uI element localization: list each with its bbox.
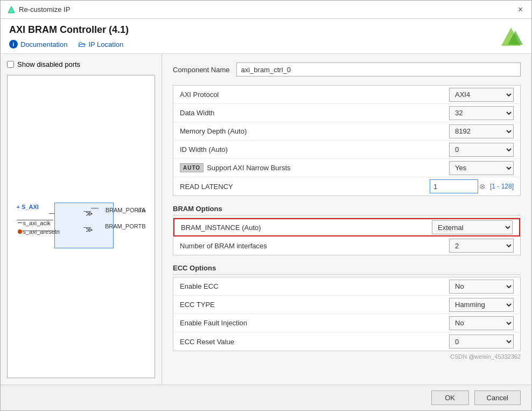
config-section-main: AXI Protocol AXI4 AXI4-Lite Data Width 3…: [173, 85, 521, 196]
bram-instance-label: BRAM_INSTANCE (Auto): [181, 224, 432, 232]
row-axi-protocol: AXI Protocol AXI4 AXI4-Lite: [173, 86, 520, 104]
narrow-bursts-select[interactable]: Yes No: [449, 161, 514, 175]
block-diagram: + S_AXI s_axi_acik s_axi_aresetn: [17, 197, 146, 256]
right-panel[interactable]: Component Name AXI Protocol AXI4 AXI4-Li…: [162, 54, 531, 385]
bram-options-section: BRAM_INSTANCE (Auto) External RAMB18 RAM…: [173, 218, 521, 255]
app-title: Re-customize IP: [19, 5, 70, 13]
axi-protocol-select[interactable]: AXI4 AXI4-Lite: [449, 88, 514, 102]
row-bram-interfaces: Number of BRAM interfaces 1 2: [173, 236, 520, 255]
toolbar-row: i Documentation 🗁 IP Location: [9, 40, 129, 48]
connector-acik: [17, 220, 53, 221]
component-name-label: Component Name: [173, 66, 230, 74]
bram-options-header: BRAM Options: [173, 205, 521, 215]
show-disabled-row: Show disabled ports: [7, 60, 155, 68]
cancel-button[interactable]: Cancel: [474, 391, 521, 405]
app-icon: [7, 5, 16, 14]
arrow-b: ≫: [86, 226, 93, 234]
read-latency-control: ⊗ [1 - 128]: [430, 179, 514, 193]
ip-title-section: AXI BRAM Controller (4.1) i Documentatio…: [9, 24, 129, 48]
arrow-a: ≫: [86, 210, 93, 218]
ecc-type-select[interactable]: Hamming SECDED: [449, 298, 514, 312]
folder-icon: 🗁: [78, 40, 86, 48]
port-bram-b: BRAM_PORTB: [105, 223, 146, 229]
title-bar-left: Re-customize IP: [7, 5, 70, 14]
memory-depth-select[interactable]: 8192: [449, 124, 514, 138]
auto-badge: AUTO: [180, 163, 204, 172]
vivado-logo: [499, 25, 523, 49]
fault-injection-select[interactable]: No Yes: [449, 316, 514, 330]
data-width-select[interactable]: 32 64 128: [449, 106, 514, 120]
show-disabled-checkbox[interactable]: [7, 61, 14, 68]
bram-interfaces-select[interactable]: 1 2: [449, 239, 514, 253]
main-content: Show disabled ports + S_AXI s_axi_: [1, 54, 531, 385]
memory-depth-label: Memory Depth (Auto): [180, 127, 449, 135]
ecc-type-label: ECC TYPE: [180, 301, 449, 309]
bottom-bar: OK Cancel: [1, 385, 531, 410]
ecc-options-section: Enable ECC No Yes ECC TYPE Hamming SECDE…: [173, 277, 521, 351]
close-button[interactable]: ×: [516, 5, 525, 14]
diagram-box: + S_AXI s_axi_acik s_axi_aresetn: [7, 75, 155, 378]
ip-location-label: IP Location: [88, 40, 123, 48]
id-width-select[interactable]: 0: [449, 143, 514, 157]
component-name-input[interactable]: [236, 62, 521, 76]
row-ecc-type: ECC TYPE Hamming SECDED: [173, 296, 520, 314]
row-data-width: Data Width 32 64 128: [173, 104, 520, 122]
row-memory-depth: Memory Depth (Auto) 8192: [173, 122, 520, 141]
read-latency-input[interactable]: [430, 179, 478, 193]
port-aresetn: s_axi_aresetn: [18, 228, 60, 235]
component-name-row: Component Name: [173, 62, 521, 76]
connector-saxi: [49, 213, 54, 214]
title-bar: Re-customize IP ×: [1, 1, 531, 19]
row-narrow-bursts: AUTO Support AXI Narrow Bursts Yes No: [173, 159, 520, 177]
row-enable-ecc: Enable ECC No Yes: [173, 277, 520, 296]
info-icon: i: [9, 40, 18, 48]
narrow-bursts-label: Support AXI Narrow Bursts: [207, 164, 449, 172]
left-panel: Show disabled ports + S_AXI s_axi_: [1, 54, 162, 385]
ecc-reset-select[interactable]: 0: [449, 335, 514, 349]
row-bram-instance: BRAM_INSTANCE (Auto) External RAMB18 RAM…: [173, 218, 520, 236]
show-disabled-label: Show disabled ports: [17, 60, 80, 68]
row-fault-injection: Enable Fault Injection No Yes: [173, 314, 520, 332]
axi-protocol-label: AXI Protocol: [180, 90, 449, 99]
documentation-link[interactable]: i Documentation: [9, 40, 67, 48]
port-acik: s_axi_acik: [18, 220, 51, 226]
ok-button[interactable]: OK: [431, 391, 469, 405]
port-saxi-label: + S_AXI: [17, 204, 39, 210]
enable-ecc-select[interactable]: No Yes: [449, 280, 514, 294]
read-latency-range: [1 - 128]: [490, 183, 514, 190]
connector-aresetn: [22, 231, 53, 232]
ip-title: AXI BRAM Controller (4.1): [9, 24, 129, 36]
read-latency-clear[interactable]: ⊗: [479, 182, 486, 191]
ecc-reset-label: ECC Reset Value: [180, 338, 449, 346]
ecc-options-header: ECC Options: [173, 264, 521, 275]
bram-instance-select[interactable]: External RAMB18 RAMB36: [432, 220, 513, 234]
documentation-label: Documentation: [20, 40, 67, 48]
fault-injection-label: Enable Fault Injection: [180, 319, 449, 327]
bram-interfaces-label: Number of BRAM interfaces: [180, 242, 449, 250]
dialog-window: Re-customize IP × AXI BRAM Controller (4…: [0, 0, 532, 411]
row-read-latency: READ LATENCY ⊗ [1 - 128]: [173, 177, 520, 196]
row-id-width: ID Width (Auto) 0: [173, 141, 520, 159]
row-ecc-reset: ECC Reset Value 0: [173, 332, 520, 351]
id-width-label: ID Width (Auto): [180, 145, 449, 154]
ip-location-link[interactable]: 🗁 IP Location: [78, 40, 123, 48]
enable-ecc-label: Enable ECC: [180, 282, 449, 290]
watermark: CSDN @weixin_45332362: [450, 353, 521, 360]
ip-header: AXI BRAM Controller (4.1) i Documentatio…: [1, 19, 531, 54]
svg-marker-0: [8, 6, 15, 13]
data-width-label: Data Width: [180, 109, 449, 117]
read-latency-label: READ LATENCY: [180, 183, 430, 191]
